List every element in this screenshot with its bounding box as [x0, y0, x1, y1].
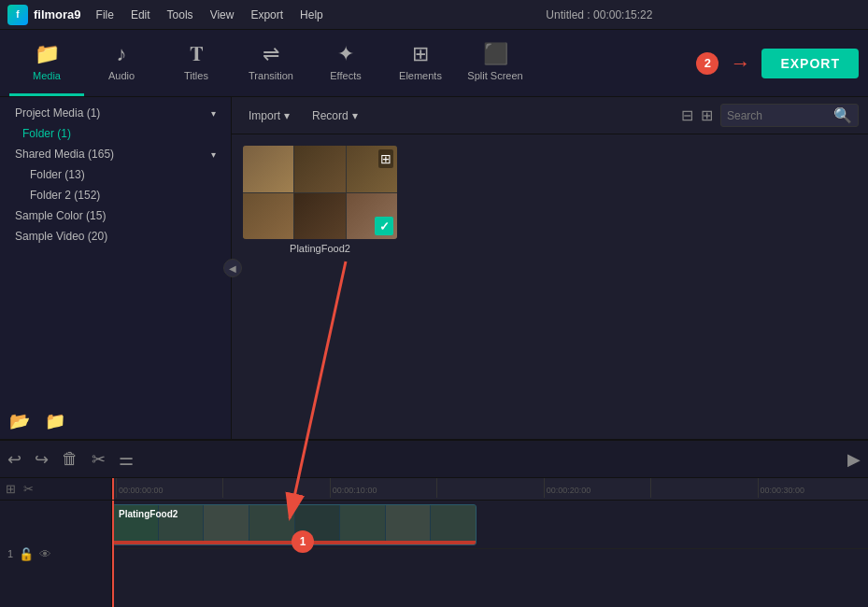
toolbar-transition-label: Transition — [249, 70, 293, 81]
food-img-1 — [243, 146, 293, 192]
sidebar-item-shared-media[interactable]: Shared Media (165) ▾ — [0, 144, 231, 164]
search-icon[interactable]: 🔍 — [833, 106, 852, 124]
grid-icon[interactable]: ⊞ — [701, 106, 713, 124]
menu-view[interactable]: View — [210, 8, 235, 21]
menu-bar: f filmora9 File Edit Tools View Export H… — [0, 0, 868, 30]
ruler-mark-4: 00:00:20:00 — [544, 478, 650, 498]
toolbar-audio-label: Audio — [108, 70, 135, 81]
tl-left-top: ⊞ ✂ — [0, 478, 111, 501]
media-icon: 📁 — [35, 42, 60, 66]
import-folder-icon[interactable]: 📁 — [45, 411, 65, 431]
frame-6 — [340, 505, 385, 544]
timeline-area: ↩ ↪ 🗑 ✂ ⚌ ▶ ⊞ ✂ 1 🔓 👁 — [0, 439, 868, 607]
split-screen-icon: ⬛ — [483, 42, 508, 66]
record-label: Record — [312, 109, 349, 122]
clip-red-bar — [113, 541, 476, 544]
sidebar-bottom-icons: 📂 📁 — [9, 411, 65, 431]
sidebar-item-folder2-152[interactable]: Folder 2 (152) — [0, 185, 231, 205]
tl-video-track-row: PlatingFood2 — [112, 501, 868, 549]
ruler-mark-3 — [436, 478, 543, 498]
video-clip-label: PlatingFood2 — [119, 509, 178, 519]
toolbar-split-label: Split Screen — [467, 70, 522, 81]
sidebar-item-folder1[interactable]: Folder (1) — [0, 123, 231, 144]
sidebar-item-project-media[interactable]: Project Media (1) ▾ — [0, 103, 231, 123]
adjust-button[interactable]: ⚌ — [119, 449, 134, 470]
frame-4 — [249, 505, 294, 544]
tl-track-1: 1 🔓 👁 — [0, 501, 111, 607]
frame-7 — [386, 505, 431, 544]
food-img-2 — [294, 146, 345, 192]
redo-button[interactable]: ↪ — [35, 449, 49, 470]
render-button[interactable]: ▶ — [847, 449, 861, 470]
ruler-mark-6: 00:00:30:00 — [758, 478, 864, 498]
transition-icon: ⇌ — [263, 42, 279, 66]
record-button[interactable]: Record ▾ — [305, 106, 365, 126]
frame-3 — [204, 505, 249, 544]
timeline-toolbar: ↩ ↪ 🗑 ✂ ⚌ ▶ — [0, 441, 868, 478]
media-item-name: PlatingFood2 — [243, 243, 397, 254]
track-options-icon[interactable]: ✂ — [23, 482, 34, 496]
toolbar-effects[interactable]: ✦ Effects — [308, 31, 383, 96]
toolbar-titles-label: Titles — [184, 70, 208, 81]
video-clip-plating-food2[interactable]: PlatingFood2 — [112, 504, 477, 545]
media-item-plating-food2[interactable]: ⊞ ✓ PlatingFood2 — [243, 146, 397, 254]
search-box: 🔍 — [720, 104, 859, 127]
menu-file[interactable]: File — [96, 8, 114, 21]
toolbar-media[interactable]: 📁 Media — [9, 31, 84, 96]
toolbar-split-screen[interactable]: ⬛ Split Screen — [458, 31, 533, 96]
add-track-icon[interactable]: ⊞ — [6, 482, 16, 496]
filter-icon[interactable]: ⊟ — [681, 106, 693, 124]
toolbar-effects-label: Effects — [330, 70, 361, 81]
main-area: Project Media (1) ▾ Folder (1) Shared Me… — [0, 97, 868, 439]
toolbar-media-label: Media — [33, 70, 61, 81]
tl-playhead-line — [112, 501, 114, 607]
sidebar-collapse-button[interactable]: ◀ — [223, 259, 242, 277]
media-toolbar: Import ▾ Record ▾ ⊟ ⊞ 🔍 — [232, 97, 868, 134]
toolbar-transition[interactable]: ⇌ Transition — [234, 31, 308, 96]
sidebar-shared-media-label: Shared Media (165) — [15, 148, 114, 161]
titles-icon: 𝐓 — [190, 42, 204, 66]
check-overlay-icon: ✓ — [375, 217, 393, 235]
track-number: 1 — [7, 548, 13, 559]
track-icons: 🔓 👁 — [19, 547, 51, 561]
menu-export[interactable]: Export — [250, 8, 283, 21]
track-lock-icon[interactable]: 🔓 — [19, 547, 34, 561]
grid-overlay-icon: ⊞ — [378, 149, 393, 168]
tl-ruler-playhead — [112, 478, 114, 500]
logo-icon: f — [7, 5, 28, 25]
import-label: Import — [249, 109, 280, 122]
chevron-down-icon-2: ▾ — [211, 149, 216, 160]
sidebar: Project Media (1) ▾ Folder (1) Shared Me… — [0, 97, 232, 439]
frame-5 — [295, 505, 340, 544]
menu-help[interactable]: Help — [300, 8, 323, 21]
sidebar-item-sample-color[interactable]: Sample Color (15) — [0, 205, 231, 226]
window-title: Untitled : 00:00:15:22 — [338, 8, 861, 21]
delete-button[interactable]: 🗑 — [62, 449, 78, 469]
sidebar-sample-color-label: Sample Color (15) — [15, 209, 106, 222]
timeline-left: ⊞ ✂ 1 🔓 👁 — [0, 478, 112, 607]
sidebar-project-media-label: Project Media (1) — [15, 106, 100, 120]
undo-button[interactable]: ↩ — [7, 449, 21, 470]
food-img-4 — [243, 193, 293, 240]
track-eye-icon[interactable]: 👁 — [39, 547, 51, 561]
effects-icon: ✦ — [337, 42, 354, 66]
cut-button[interactable]: ✂ — [92, 449, 106, 470]
new-folder-icon[interactable]: 📂 — [9, 411, 30, 431]
sidebar-folder13-label: Folder (13) — [30, 168, 85, 181]
media-thumbnail: ⊞ ✓ — [243, 146, 397, 239]
toolbar-elements[interactable]: ⊞ Elements — [383, 31, 458, 96]
media-panel: Import ▾ Record ▾ ⊟ ⊞ 🔍 — [232, 97, 868, 439]
export-button[interactable]: EXPORT — [761, 49, 859, 78]
sidebar-item-sample-video[interactable]: Sample Video (20) — [0, 226, 231, 247]
record-chevron-icon: ▾ — [352, 109, 358, 122]
import-chevron-icon: ▾ — [284, 109, 290, 122]
sidebar-sample-video-label: Sample Video (20) — [15, 230, 107, 243]
search-input[interactable] — [727, 109, 830, 122]
sidebar-item-folder13[interactable]: Folder (13) — [0, 164, 231, 185]
sidebar-folder2-label: Folder 2 (152) — [30, 189, 100, 202]
menu-tools[interactable]: Tools — [167, 8, 193, 21]
import-button[interactable]: Import ▾ — [241, 106, 297, 126]
menu-edit[interactable]: Edit — [131, 8, 150, 21]
toolbar-audio[interactable]: ♪ Audio — [84, 31, 159, 96]
toolbar-titles[interactable]: 𝐓 Titles — [159, 31, 234, 96]
